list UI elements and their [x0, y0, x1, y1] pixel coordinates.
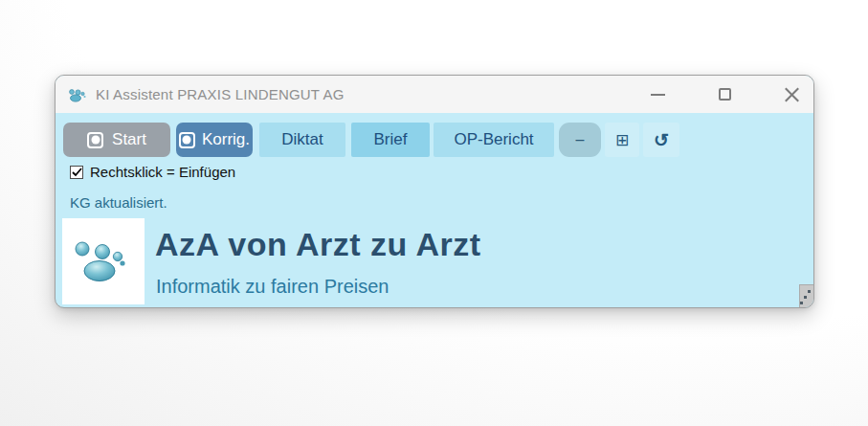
titlebar[interactable]: KI Assistent PRAXIS LINDENGUT AG — [56, 76, 813, 113]
grid-button[interactable]: ⊞ — [605, 123, 639, 157]
checkbox-box[interactable] — [70, 166, 83, 179]
close-button[interactable] — [769, 76, 813, 113]
brand-tagline: Informatik zu fairen Preisen — [156, 276, 389, 298]
app-window: KI Assistent PRAXIS LINDENGUT AG Start K… — [55, 75, 814, 308]
brief-button[interactable]: Brief — [351, 123, 430, 157]
minus-icon: – — [576, 131, 585, 148]
rechtsklick-checkbox[interactable]: Rechtsklick = Einfügen — [70, 164, 235, 180]
record-icon — [179, 132, 195, 148]
maximize-icon — [719, 88, 731, 101]
window-controls — [635, 76, 813, 113]
op-bericht-button[interactable]: OP-Bericht — [434, 123, 554, 157]
refresh-icon: ↺ — [654, 129, 669, 151]
maximize-button[interactable] — [702, 76, 746, 113]
brand-heading: AzA von Arzt zu Arzt — [155, 226, 481, 263]
refresh-button[interactable]: ↺ — [643, 123, 679, 157]
status-text: KG aktualisiert. — [70, 194, 167, 211]
korrig-button-label: Korrig. — [202, 130, 250, 149]
resize-grip[interactable] — [799, 284, 813, 308]
op-bericht-button-label: OP-Bericht — [454, 130, 533, 149]
window-content: Start Korrig. Diktat Brief OP-Bericht – … — [56, 113, 813, 308]
window-title: KI Assistent PRAXIS LINDENGUT AG — [96, 86, 345, 102]
app-logo-icon — [67, 86, 88, 103]
start-button[interactable]: Start — [63, 123, 170, 157]
brief-button-label: Brief — [374, 130, 408, 149]
record-icon — [87, 132, 103, 148]
checkbox-label: Rechtsklick = Einfügen — [90, 164, 235, 180]
korrig-button[interactable]: Korrig. — [176, 123, 253, 157]
check-icon — [72, 168, 82, 177]
close-icon — [785, 87, 799, 101]
diktat-button-label: Diktat — [281, 130, 323, 149]
minimize-icon — [651, 94, 665, 96]
collapse-button[interactable]: – — [559, 123, 601, 157]
desktop-background: KI Assistent PRAXIS LINDENGUT AG Start K… — [0, 0, 868, 426]
grid-icon: ⊞ — [615, 130, 629, 150]
start-button-label: Start — [112, 130, 146, 149]
aza-logo — [62, 218, 145, 304]
diktat-button[interactable]: Diktat — [259, 123, 345, 157]
water-drops-icon — [62, 218, 145, 304]
minimize-button[interactable] — [635, 76, 679, 113]
